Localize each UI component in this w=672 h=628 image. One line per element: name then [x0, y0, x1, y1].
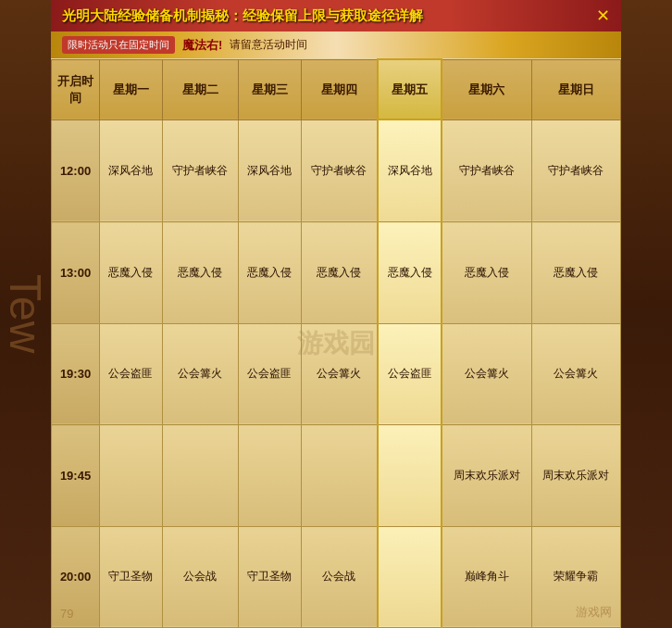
activity-cell: 恶魔入侵	[442, 222, 531, 323]
activity-cell: 公会篝火	[162, 323, 238, 424]
notice-badge: 限时活动只在固定时间	[62, 36, 175, 54]
table-row: 12:00深风谷地守护者峡谷深风谷地守护者峡谷深风谷地守护者峡谷守护者峡谷	[52, 119, 621, 222]
time-cell: 19:45	[52, 425, 100, 526]
activity-cell: 守卫圣物	[100, 526, 163, 627]
activity-cell	[162, 425, 238, 526]
activity-text: 公会篝火	[554, 367, 598, 380]
activity-cell: 深风谷地	[238, 119, 301, 222]
activity-cell: 恶魔入侵	[531, 222, 620, 323]
activity-text: 深风谷地	[247, 164, 292, 177]
header-time: 开启时间	[52, 59, 100, 119]
activity-text: 守卫圣物	[247, 570, 292, 583]
notice-text: 请留意活动时间	[230, 37, 307, 53]
activity-cell: 恶魔入侵	[162, 222, 238, 323]
notice-magic: 魔法右!	[182, 37, 222, 54]
page-title: 光明大陆经验储备机制揭秘：经验保留上限与获取途径详解	[62, 7, 589, 25]
schedule-table: 开启时间 星期一 星期二 星期三 星期四 星期五 星期六 星期日 12:00深风…	[51, 58, 621, 628]
schedule-container: 游戏园 79 游戏网 开启时间 星期一 星期二 星期三 星期四 星期五 星期六 …	[51, 58, 621, 628]
activity-text: 恶魔入侵	[178, 266, 222, 279]
header-sat: 星期六	[442, 59, 531, 119]
activity-cell: 公会战	[301, 526, 378, 627]
activity-cell: 深风谷地	[378, 119, 442, 222]
close-button[interactable]: ✕	[596, 6, 610, 26]
activity-text: 公会篝火	[178, 367, 222, 380]
activity-cell	[100, 425, 163, 526]
activity-text: 恶魔入侵	[388, 266, 432, 279]
activity-text: 恶魔入侵	[317, 266, 361, 279]
activity-text: 守护者峡谷	[172, 164, 228, 177]
header-tue: 星期二	[162, 59, 238, 119]
header-sun: 星期日	[531, 59, 620, 119]
activity-text: 恶魔入侵	[465, 266, 509, 279]
table-header-row: 开启时间 星期一 星期二 星期三 星期四 星期五 星期六 星期日	[52, 59, 621, 119]
time-cell: 20:00	[52, 526, 100, 627]
activity-cell: 公会盗匪	[100, 323, 163, 424]
activity-text: 守护者峡谷	[548, 164, 604, 177]
table-row: 19:45周末欢乐派对周末欢乐派对	[52, 425, 621, 526]
activity-text: 公会篝火	[317, 367, 361, 380]
activity-text: 深风谷地	[388, 164, 432, 177]
activity-cell: 守护者峡谷	[301, 119, 378, 222]
activity-cell: 公会盗匪	[378, 323, 442, 424]
activity-text: 公会盗匪	[388, 367, 432, 380]
header-thu: 星期四	[301, 59, 378, 119]
activity-cell	[238, 425, 301, 526]
side-decoration-left: Tew	[0, 0, 51, 628]
activity-cell: 公会篝火	[301, 323, 378, 424]
activity-text: 荣耀争霸	[554, 570, 598, 583]
activity-cell: 荣耀争霸	[531, 526, 620, 627]
activity-cell	[378, 425, 442, 526]
activity-cell	[378, 526, 442, 627]
activity-text: 守护者峡谷	[459, 164, 515, 177]
table-row: 13:00恶魔入侵恶魔入侵恶魔入侵恶魔入侵恶魔入侵恶魔入侵恶魔入侵	[52, 222, 621, 323]
activity-cell: 公会篝火	[531, 323, 620, 424]
activity-text: 巅峰角斗	[465, 570, 509, 583]
main-content: 光明大陆经验储备机制揭秘：经验保留上限与获取途径详解 ✕ 限时活动只在固定时间 …	[51, 0, 621, 628]
activity-cell: 周末欢乐派对	[531, 425, 620, 526]
notice-bar: 限时活动只在固定时间 魔法右! 请留意活动时间	[51, 31, 621, 58]
time-cell: 13:00	[52, 222, 100, 323]
activity-text: 公会战	[322, 570, 355, 583]
activity-text: 恶魔入侵	[554, 266, 598, 279]
side-decoration-right	[621, 0, 672, 628]
activity-cell: 恶魔入侵	[100, 222, 163, 323]
activity-cell: 公会篝火	[442, 323, 531, 424]
header-fri: 星期五	[378, 59, 442, 119]
activity-cell: 恶魔入侵	[378, 222, 442, 323]
activity-cell: 深风谷地	[100, 119, 163, 222]
activity-text: 恶魔入侵	[108, 266, 153, 279]
activity-text: 守护者峡谷	[311, 164, 367, 177]
activity-text: 公会盗匪	[247, 367, 292, 380]
side-text-left: Tew	[0, 274, 51, 353]
table-row: 20:00守卫圣物公会战守卫圣物公会战巅峰角斗荣耀争霸	[52, 526, 621, 627]
activity-cell: 恶魔入侵	[301, 222, 378, 323]
activity-cell: 守护者峡谷	[442, 119, 531, 222]
activity-text: 恶魔入侵	[247, 266, 292, 279]
activity-text: 守卫圣物	[108, 570, 153, 583]
time-cell: 19:30	[52, 323, 100, 424]
activity-cell	[301, 425, 378, 526]
activity-text: 周末欢乐派对	[454, 469, 520, 482]
activity-cell: 公会盗匪	[238, 323, 301, 424]
header-mon: 星期一	[100, 59, 163, 119]
activity-cell: 周末欢乐派对	[442, 425, 531, 526]
activity-cell: 巅峰角斗	[442, 526, 531, 627]
activity-text: 公会篝火	[465, 367, 509, 380]
activity-cell: 公会战	[162, 526, 238, 627]
activity-text: 深风谷地	[108, 164, 153, 177]
top-bar: 光明大陆经验储备机制揭秘：经验保留上限与获取途径详解 ✕	[51, 0, 621, 31]
activity-cell: 守卫圣物	[238, 526, 301, 627]
activity-text: 公会盗匪	[108, 367, 153, 380]
time-cell: 12:00	[52, 119, 100, 222]
header-wed: 星期三	[238, 59, 301, 119]
activity-cell: 守护者峡谷	[531, 119, 620, 222]
activity-text: 周末欢乐派对	[542, 469, 609, 482]
activity-text: 公会战	[183, 570, 217, 583]
table-row: 19:30公会盗匪公会篝火公会盗匪公会篝火公会盗匪公会篝火公会篝火	[52, 323, 621, 424]
activity-cell: 守护者峡谷	[162, 119, 238, 222]
activity-cell: 恶魔入侵	[238, 222, 301, 323]
